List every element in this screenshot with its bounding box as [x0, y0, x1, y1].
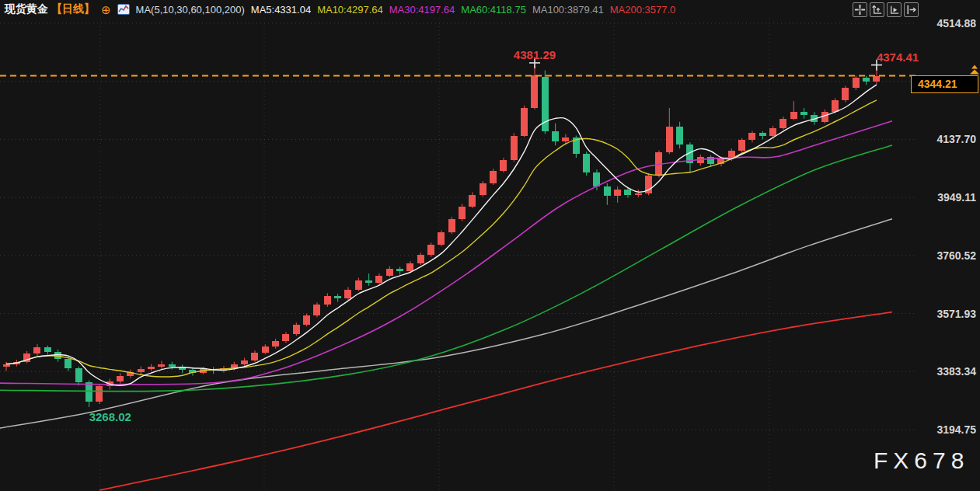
- candle-body: [863, 78, 870, 82]
- current-price-box: 4344.21: [911, 75, 978, 93]
- ma60-line: [0, 145, 892, 392]
- candle-body: [33, 347, 40, 353]
- candle-body: [552, 131, 559, 142]
- candle-body: [873, 76, 880, 82]
- candle-body: [148, 367, 155, 368]
- candle-body: [303, 315, 310, 325]
- candle-body: [748, 133, 755, 140]
- candle-body: [313, 305, 320, 315]
- candle-body: [241, 360, 248, 364]
- ma30-line: [0, 121, 892, 385]
- axis-arrow-icon[interactable]: [870, 2, 884, 17]
- crosshair-icon[interactable]: [853, 2, 867, 17]
- candle-body: [138, 369, 145, 372]
- y-axis-label: 3194.75: [936, 423, 976, 436]
- ma10-value: MA10:4297.64: [317, 4, 383, 16]
- candle-body: [272, 341, 279, 346]
- candle-body: [334, 296, 341, 298]
- candle-body: [396, 269, 403, 271]
- candle-body: [676, 127, 683, 145]
- candle-body: [282, 334, 289, 341]
- candle-body: [293, 325, 300, 334]
- candle-body: [759, 133, 766, 136]
- ma100-line: [0, 219, 892, 428]
- candle-body: [65, 359, 71, 368]
- candle-body: [117, 376, 124, 381]
- candle-body: [344, 290, 351, 298]
- candle-body: [531, 75, 538, 108]
- period-label[interactable]: 【日线】: [51, 2, 95, 16]
- candle-body: [448, 219, 455, 232]
- candle-body: [853, 78, 860, 88]
- candle-body: [324, 296, 331, 305]
- candle-body: [604, 186, 611, 196]
- candle-body: [800, 112, 807, 115]
- candle-body: [375, 276, 382, 283]
- chart-header: 现货黄金 【日线】 ⊕ MA(5,10,30,60,100,200) MA5:4…: [5, 2, 675, 17]
- exit-arrow-icon[interactable]: [904, 2, 919, 17]
- candle-body: [44, 347, 51, 352]
- candle-body: [459, 207, 466, 220]
- candle-body: [386, 269, 393, 276]
- candle-body: [169, 364, 176, 367]
- y-axis-label: 3949.11: [937, 191, 976, 204]
- ma5-value: MA5:4331.04: [251, 4, 311, 16]
- candle-body: [355, 280, 362, 290]
- ma-params-label: MA(5,10,30,60,100,200): [136, 4, 245, 16]
- candle-body: [614, 190, 621, 196]
- axis-play-icon[interactable]: [887, 2, 902, 17]
- indicator-settings-icon[interactable]: ⊕: [101, 4, 111, 16]
- chart-toolbar: [853, 2, 919, 17]
- candle-body: [593, 172, 600, 186]
- candle-body: [521, 108, 528, 136]
- candle-body: [769, 128, 776, 137]
- candle-body: [480, 183, 487, 195]
- candle-body: [469, 195, 476, 207]
- ma200-value: MA200:3577.0: [610, 4, 676, 16]
- price-axis[interactable]: 4514.884137.703949.113760.523571.933383.…: [895, 0, 980, 491]
- y-axis-label: 4514.88: [936, 17, 976, 30]
- candle-body: [511, 136, 518, 161]
- ma200-line: [99, 312, 892, 490]
- y-axis-label: 3760.52: [936, 249, 976, 262]
- peak-price-label: 4381.29: [514, 48, 556, 61]
- candle-body: [562, 138, 569, 142]
- candle-body: [3, 364, 10, 367]
- candle-body: [790, 112, 797, 119]
- candle-body: [85, 382, 92, 402]
- low-price-label: 3268.02: [89, 410, 131, 423]
- latest-high-price-label: 4374.41: [877, 50, 919, 64]
- candle-body: [96, 386, 103, 402]
- y-axis-label: 4137.70: [936, 133, 976, 145]
- candle-body: [832, 100, 839, 112]
- candle-body: [158, 364, 165, 367]
- candle-body: [417, 255, 424, 263]
- candle-body: [635, 193, 642, 195]
- trading-chart-window: 现货黄金 【日线】 ⊕ MA(5,10,30,60,100,200) MA5:4…: [0, 0, 980, 491]
- candle-body: [251, 353, 258, 360]
- candle-body: [75, 368, 82, 383]
- candle-body: [262, 346, 269, 353]
- ma-indicator-icon[interactable]: [117, 4, 130, 15]
- candle-body: [624, 190, 631, 195]
- symbol-title: 现货黄金: [5, 2, 48, 16]
- candle-body: [779, 119, 786, 128]
- candle-body: [583, 154, 590, 172]
- ma100-value: MA100:3879.41: [532, 4, 604, 16]
- candle-body: [438, 232, 445, 245]
- candle-body: [365, 280, 372, 283]
- ma30-value: MA30:4197.64: [389, 4, 455, 16]
- y-axis-label: 3383.34: [936, 365, 976, 378]
- ma60-value: MA60:4118.75: [461, 4, 526, 16]
- y-axis-label: 3571.93: [936, 308, 976, 320]
- candle-body: [490, 171, 497, 183]
- candle-body: [406, 263, 413, 271]
- candle-body: [427, 245, 434, 255]
- candle-body: [666, 127, 673, 153]
- candle-body: [500, 160, 507, 171]
- candle-body: [738, 140, 745, 151]
- candle-body: [842, 88, 849, 100]
- candlestick-chart[interactable]: [0, 0, 980, 491]
